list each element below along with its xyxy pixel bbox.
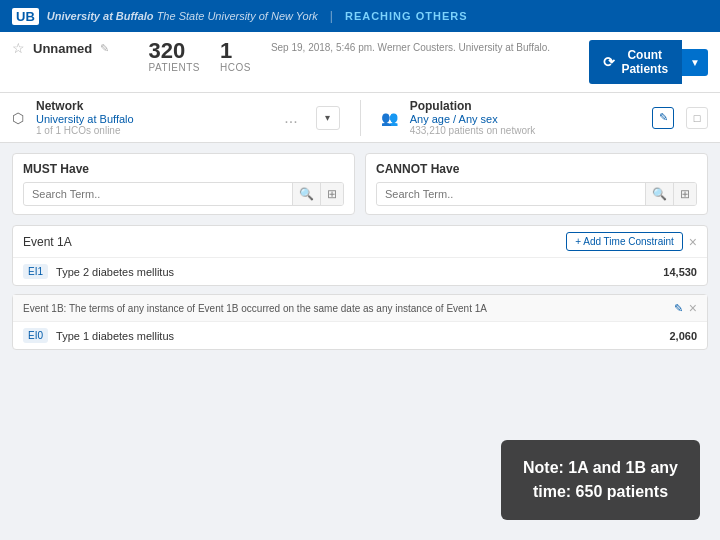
add-time-constraint-button[interactable]: + Add Time Constraint <box>566 232 683 251</box>
event-1a-title: Event 1A <box>23 235 72 249</box>
network-title: Network <box>36 99 134 113</box>
event-1b-edit-icon[interactable]: ✎ <box>674 302 683 315</box>
population-edit-button[interactable]: ✎ <box>652 107 674 129</box>
population-sub: 433,210 patients on network <box>410 125 536 136</box>
reaching-others-label: REACHING OTHERS <box>345 10 468 22</box>
network-bar: ⬡ Network University at Buffalo 1 of 1 H… <box>0 93 720 143</box>
note-line1: Note: 1A and 1B any <box>523 456 678 480</box>
must-have-search-button[interactable]: 🔍 <box>292 183 320 205</box>
university-name: University at Buffalo The State Universi… <box>47 10 318 22</box>
event-1a-section: Event 1A + Add Time Constraint × EI1 Typ… <box>12 225 708 286</box>
event-1b-count: 2,060 <box>669 330 697 342</box>
population-icon: 👥 <box>381 110 398 126</box>
event-1b-section: Event 1B: The terms of any instance of E… <box>12 294 708 350</box>
stats-section: 320 PATIENTS 1 HCOs Sep 19, 2018, 5:46 p… <box>149 40 551 73</box>
header-logo: UB University at Buffalo The State Unive… <box>12 8 318 25</box>
event-1a-row: EI1 Type 2 diabetes mellitus 14,530 <box>13 258 707 285</box>
event-1b-row: EI0 Type 1 diabetes mellitus 2,060 <box>13 322 707 349</box>
network-value: University at Buffalo <box>36 113 134 125</box>
event-1b-tag: EI0 <box>23 328 48 343</box>
patients-label: PATIENTS <box>149 62 200 73</box>
criteria-row: MUST Have 🔍 ⊞ CANNOT Have 🔍 ⊞ <box>12 153 708 215</box>
header-divider: | <box>330 9 333 23</box>
bar-divider <box>360 100 361 136</box>
network-dropdown-button[interactable]: ▾ <box>316 106 340 130</box>
event-1a-count: 14,530 <box>663 266 697 278</box>
population-action-button[interactable]: □ <box>686 107 708 129</box>
info-left: ☆ Unnamed ✎ <box>12 40 109 56</box>
patients-count: 320 <box>149 40 200 62</box>
note-overlay: Note: 1A and 1B any time: 650 patients <box>501 440 700 520</box>
ub-logo: UB <box>12 8 39 25</box>
edit-name-icon[interactable]: ✎ <box>100 42 109 55</box>
network-section: Network University at Buffalo 1 of 1 HCO… <box>36 99 266 136</box>
count-patients-section: ⟳ CountPatients ▼ <box>589 40 708 84</box>
population-title: Population <box>410 99 536 113</box>
patients-stat: 320 PATIENTS <box>149 40 200 73</box>
count-patients-label: CountPatients <box>621 48 668 76</box>
cannot-have-box: CANNOT Have 🔍 ⊞ <box>365 153 708 215</box>
event-1b-description: Event 1B: The terms of any instance of E… <box>23 303 668 314</box>
event-1a-header: Event 1A + Add Time Constraint × <box>13 226 707 258</box>
must-have-search-row: 🔍 ⊞ <box>23 182 344 206</box>
favorite-icon[interactable]: ☆ <box>12 40 25 56</box>
app-header: UB University at Buffalo The State Unive… <box>0 0 720 32</box>
count-patients-dropdown[interactable]: ▼ <box>682 49 708 76</box>
event-1b-header: Event 1B: The terms of any instance of E… <box>13 295 707 322</box>
population-value: Any age / Any sex <box>410 113 536 125</box>
network-more-icon[interactable]: ... <box>278 107 303 129</box>
cannot-have-filter-button[interactable]: ⊞ <box>673 183 696 205</box>
must-have-search-input[interactable] <box>24 184 292 204</box>
event-1b-desc-text: Type 1 diabetes mellitus <box>56 330 661 342</box>
note-line2: time: 650 patients <box>523 480 678 504</box>
hcos-label: HCOs <box>220 62 251 73</box>
must-have-box: MUST Have 🔍 ⊞ <box>12 153 355 215</box>
cannot-have-search-input[interactable] <box>377 184 645 204</box>
cohort-name: Unnamed <box>33 41 92 56</box>
event-1a-close-button[interactable]: × <box>689 234 697 250</box>
hcos-stat: 1 HCOs <box>220 40 251 73</box>
population-section: Population Any age / Any sex 433,210 pat… <box>410 99 640 136</box>
count-patients-button[interactable]: ⟳ CountPatients <box>589 40 682 84</box>
hcos-count: 1 <box>220 40 251 62</box>
cannot-have-title: CANNOT Have <box>376 162 697 176</box>
network-icon: ⬡ <box>12 110 24 126</box>
event-1a-actions: + Add Time Constraint × <box>566 232 697 251</box>
info-bar: ☆ Unnamed ✎ 320 PATIENTS 1 HCOs Sep 19, … <box>0 32 720 93</box>
network-sub: 1 of 1 HCOs online <box>36 125 134 136</box>
must-have-title: MUST Have <box>23 162 344 176</box>
must-have-filter-button[interactable]: ⊞ <box>320 183 343 205</box>
event-1b-close-button[interactable]: × <box>689 300 697 316</box>
main-content: MUST Have 🔍 ⊞ CANNOT Have 🔍 ⊞ Event 1A +… <box>0 143 720 368</box>
event-1a-tag: EI1 <box>23 264 48 279</box>
event-1a-description: Type 2 diabetes mellitus <box>56 266 655 278</box>
meta-info: Sep 19, 2018, 5:46 pm. Werner Cousters. … <box>271 42 550 53</box>
cannot-have-search-button[interactable]: 🔍 <box>645 183 673 205</box>
cannot-have-search-row: 🔍 ⊞ <box>376 182 697 206</box>
count-icon: ⟳ <box>603 54 615 70</box>
